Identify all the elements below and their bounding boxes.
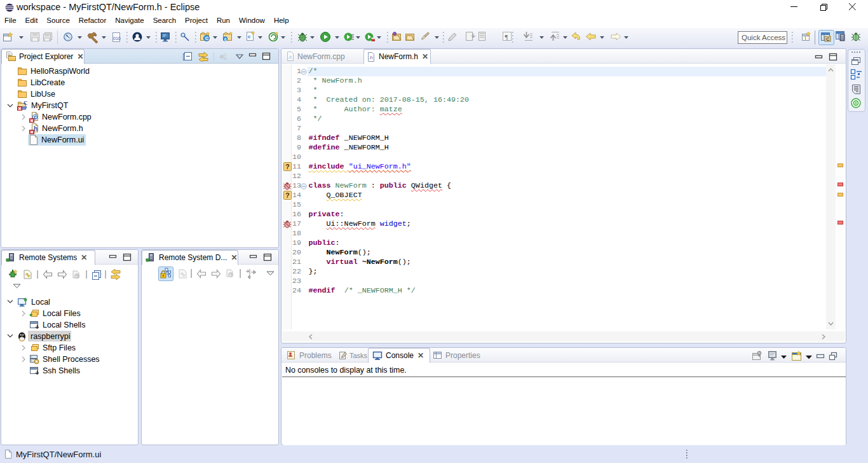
- svg-text:¶: ¶: [505, 33, 508, 41]
- svg-text:c: c: [248, 34, 251, 39]
- svg-text:.h: .h: [369, 55, 373, 60]
- svg-text:c: c: [224, 37, 227, 41]
- svg-text:.c: .c: [288, 54, 292, 60]
- svg-text:010: 010: [113, 36, 121, 41]
- svg-text:C: C: [826, 36, 830, 42]
- svg-text:Quick Access: Quick Access: [742, 34, 785, 41]
- svg-text:C: C: [24, 100, 28, 106]
- svg-text:?: ?: [285, 191, 290, 199]
- svg-text:C: C: [205, 36, 209, 41]
- svg-text:?: ?: [285, 163, 290, 170]
